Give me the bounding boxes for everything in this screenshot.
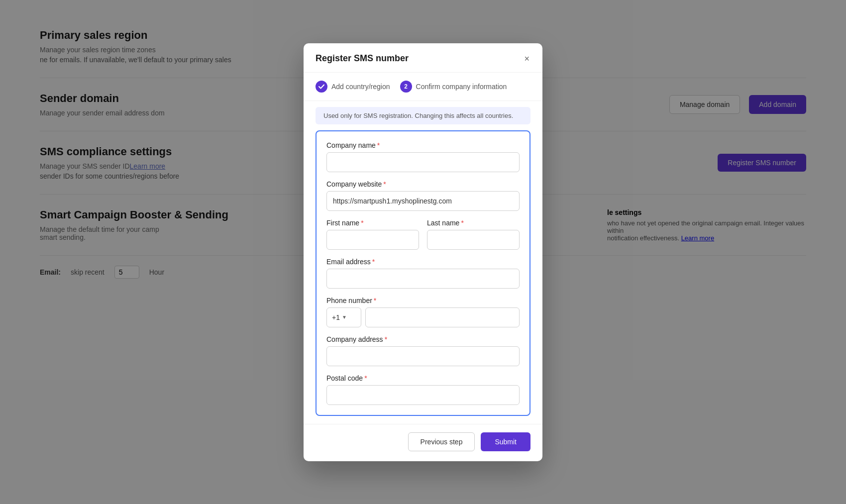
modal-overlay: Register SMS number × Add country/region… [0,0,846,504]
phone-prefix-value: +1 [332,313,340,321]
postal-code-group: Postal code* [326,374,520,405]
first-name-input[interactable] [326,230,419,250]
first-name-label: First name* [326,219,419,227]
company-website-required: * [383,180,386,188]
email-address-group: Email address* [326,258,520,289]
company-address-input[interactable] [326,346,520,366]
company-address-group: Company address* [326,335,520,366]
company-name-label: Company name* [326,141,520,149]
step-2-circle: 2 [400,81,412,93]
company-info-form: Company name* Company website* First nam… [316,130,530,416]
first-name-group: First name* [326,219,419,250]
step-1-label: Add country/region [331,83,390,91]
postal-code-label: Postal code* [326,374,520,382]
company-name-group: Company name* [326,141,520,172]
previous-step-button[interactable]: Previous step [408,432,475,451]
name-row: First name* Last name* [326,219,520,258]
step-1: Add country/region [316,81,390,93]
modal-title: Register SMS number [316,53,409,64]
info-banner: Used only for SMS registration. Changing… [316,107,530,124]
last-name-input[interactable] [427,230,520,250]
phone-number-group: Phone number* +1 ▼ [326,297,520,327]
company-name-input[interactable] [326,152,520,172]
step-2: 2 Confirm company information [400,81,507,93]
step-2-label: Confirm company information [416,83,507,91]
company-name-required: * [377,141,380,149]
phone-row: +1 ▼ [326,307,520,327]
phone-number-label: Phone number* [326,297,520,304]
email-address-input[interactable] [326,269,520,289]
postal-code-required: * [364,374,367,382]
company-website-input[interactable] [326,191,520,211]
modal-footer: Previous step Submit [304,424,542,461]
phone-required: * [374,297,376,304]
last-name-group: Last name* [427,219,520,258]
email-address-label: Email address* [326,258,520,266]
phone-number-input[interactable] [365,307,520,327]
last-name-label: Last name* [427,219,520,227]
company-address-required: * [385,335,387,343]
first-name-required: * [361,219,363,227]
modal-header: Register SMS number × [304,43,542,73]
postal-code-input[interactable] [326,385,520,405]
submit-button[interactable]: Submit [481,432,530,451]
chevron-down-icon: ▼ [342,314,347,320]
steps-bar: Add country/region 2 Confirm company inf… [304,73,542,101]
phone-prefix-select[interactable]: +1 ▼ [326,307,361,327]
modal-close-button[interactable]: × [523,53,530,64]
company-address-label: Company address* [326,335,520,343]
register-sms-modal: Register SMS number × Add country/region… [304,43,542,461]
last-name-required: * [461,219,463,227]
company-website-label: Company website* [326,180,520,188]
step-1-circle [316,81,327,93]
company-website-group: Company website* [326,180,520,211]
email-required: * [372,258,375,266]
